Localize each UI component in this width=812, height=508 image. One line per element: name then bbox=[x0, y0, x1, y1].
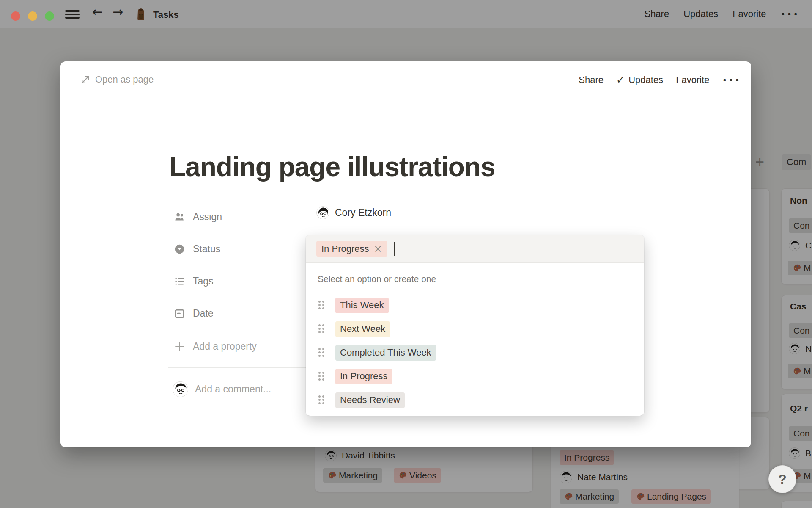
drag-handle-icon[interactable] bbox=[318, 324, 324, 334]
avatar bbox=[316, 206, 329, 219]
selected-status-chip: In Progress × bbox=[316, 241, 387, 257]
status-option-in-progress[interactable]: In Progress bbox=[309, 365, 641, 387]
option-tag: In Progress bbox=[335, 369, 392, 384]
plus-icon bbox=[174, 341, 185, 352]
dropdown-hint: Select an option or create one bbox=[318, 274, 436, 284]
assign-value[interactable]: Cory Etzkorn bbox=[316, 206, 391, 219]
drag-handle-icon[interactable] bbox=[318, 348, 324, 357]
check-icon: ✓ bbox=[616, 74, 625, 86]
status-icon bbox=[174, 243, 185, 255]
status-option-next-week[interactable]: Next Week bbox=[309, 318, 641, 340]
add-comment-placeholder: Add a comment... bbox=[195, 384, 271, 395]
drag-handle-icon[interactable] bbox=[318, 395, 324, 405]
text-caret bbox=[394, 242, 395, 256]
option-tag: Needs Review bbox=[335, 392, 405, 408]
task-title[interactable]: Landing page illustrations bbox=[169, 151, 495, 182]
drag-handle-icon[interactable] bbox=[318, 301, 324, 310]
remove-tag-icon[interactable]: × bbox=[374, 243, 382, 255]
option-tag: Next Week bbox=[335, 321, 390, 337]
expand-icon bbox=[80, 75, 90, 85]
modal-updates-button[interactable]: ✓ Updates bbox=[616, 74, 663, 86]
option-tag: This Week bbox=[335, 298, 389, 313]
window-close-button[interactable] bbox=[11, 11, 20, 21]
status-option-this-week[interactable]: This Week bbox=[309, 294, 641, 316]
help-button[interactable]: ? bbox=[768, 465, 796, 493]
property-label: Status bbox=[193, 243, 220, 255]
drag-handle-icon[interactable] bbox=[318, 372, 324, 381]
app-window: ← → Tasks Share Updates Favorite ••• bbox=[0, 0, 812, 508]
status-dropdown: In Progress × Select an option or create… bbox=[306, 235, 644, 416]
question-icon: ? bbox=[778, 472, 787, 487]
tags-list-icon bbox=[174, 276, 185, 287]
assign-people-icon bbox=[174, 211, 185, 223]
window-minimize-button[interactable] bbox=[28, 11, 37, 21]
modal-share-button[interactable]: Share bbox=[579, 75, 604, 86]
property-label: Assign bbox=[193, 211, 222, 223]
property-label: Tags bbox=[193, 276, 214, 287]
property-row-assign[interactable]: Assign bbox=[60, 208, 751, 225]
avatar bbox=[173, 381, 188, 397]
status-option-needs-review[interactable]: Needs Review bbox=[309, 389, 641, 411]
status-input[interactable]: In Progress × bbox=[306, 235, 644, 263]
open-as-page-button[interactable]: Open as page bbox=[80, 74, 154, 85]
modal-more-icon[interactable]: ••• bbox=[722, 75, 741, 85]
property-label: Date bbox=[193, 308, 214, 319]
add-property-label: Add a property bbox=[193, 341, 257, 352]
status-option-completed-this-week[interactable]: Completed This Week bbox=[309, 342, 641, 364]
add-comment-input[interactable]: Add a comment... bbox=[173, 381, 271, 397]
date-calendar-icon bbox=[174, 308, 185, 319]
modal-favorite-button[interactable]: Favorite bbox=[676, 75, 709, 86]
option-tag: Completed This Week bbox=[335, 345, 436, 361]
window-zoom-button[interactable] bbox=[45, 11, 54, 21]
